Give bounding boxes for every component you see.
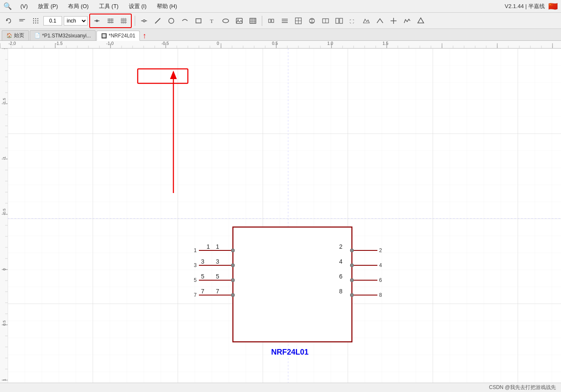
left-num-1: 1 [194,247,197,253]
pin-5-dot [231,278,235,282]
toolbar-extra-6[interactable] [333,15,345,27]
toolbar-component-tool[interactable] [118,15,130,27]
menu-bar: 🔍 (V) 放置 (P) 布局 (O) 工具 (T) 设置 (I) 帮助 (H)… [0,0,561,13]
toolbar-highlighted-group [89,14,132,28]
toolbar-undo[interactable] [3,15,14,27]
svg-rect-42 [269,19,271,23]
menu-tools[interactable]: 工具 (T) [97,2,120,11]
toolbar-extra-7[interactable]: ⛶ [347,15,359,27]
toolbar-extra-4[interactable] [306,15,318,27]
svg-line-30 [155,18,160,23]
pin-5-inner-label: 5 [216,273,219,280]
toolbar-redo[interactable] [16,15,28,27]
tab-p1-label: *P1.STM32sixuanyi... [42,33,91,39]
pin-1-outer-label: 1 [207,243,210,250]
svg-rect-55 [340,18,343,23]
main-area: 1 1 3 3 5 5 7 7 1 3 5 [0,48,561,392]
pin-3-outer-label: 3 [201,258,204,265]
pin-2-dot [350,249,354,252]
component-layer: 1 1 3 3 5 5 7 7 1 3 5 [8,48,561,392]
toolbar-extra-1[interactable] [265,15,277,27]
menu-place[interactable]: 放置 (P) [36,2,60,11]
tab-p1[interactable]: 📄 *P1.STM32sixuanyi... [30,30,96,40]
unit-select[interactable]: inch mm [64,16,88,26]
menu-settings[interactable]: 设置 (I) [127,2,148,11]
tab-home-icon: 🏠 [6,33,12,38]
toolbar-ellipse[interactable] [220,15,232,27]
menu-help[interactable]: 帮助 (H) [155,2,179,11]
toolbar-extra-3[interactable] [292,15,304,27]
toolbar-circle[interactable] [165,15,177,27]
pin-3-dot [231,264,235,267]
left-num-7: 7 [194,292,197,298]
svg-point-8 [35,20,36,21]
tab-home[interactable]: 🏠 始页 [2,30,29,40]
canvas-area[interactable]: 1 1 3 3 5 5 7 7 1 3 5 [8,48,561,392]
svg-point-31 [169,18,174,23]
toolbar-separator-1 [135,16,135,26]
toolbar-image[interactable] [233,15,245,27]
toolbar-arc[interactable] [179,15,191,27]
tab-home-label: 始页 [14,32,24,39]
pin-5-outer-label: 5 [201,273,204,280]
svg-rect-43 [272,19,274,23]
right-num-2: 2 [379,247,382,253]
toolbar-line[interactable] [152,15,164,27]
right-num-8: 8 [379,292,382,298]
toolbar-separator-2 [262,16,262,26]
svg-point-34 [223,19,229,23]
svg-text:T: T [210,18,213,24]
toolbar-extra-9[interactable] [374,15,386,27]
toolbar-extra-2[interactable] [279,15,291,27]
pin-3-inner-label: 3 [216,258,219,265]
toolbar-extra-8[interactable] [360,15,372,27]
toolbar-extra-11[interactable] [401,15,413,27]
menu-search-icon[interactable]: 🔍 [3,2,12,10]
svg-point-28 [143,20,145,22]
tab-bar: 🏠 始页 📄 *P1.STM32sixuanyi... 🔲 *NRF24L01 … [0,29,561,41]
toolbar-align-tool[interactable] [105,15,116,27]
toolbar-pin-tool[interactable] [91,15,103,27]
pin-4-inner-label: 4 [339,258,343,265]
svg-rect-1 [19,19,25,20]
toolbar-rect[interactable] [193,15,204,27]
pin-7-inner-label: 7 [216,288,219,295]
svg-point-4 [33,18,34,19]
toolbar-extra-10[interactable] [388,15,400,27]
toolbar-extra-5[interactable] [320,15,332,27]
pin-1-inner-label: 1 [216,243,219,250]
svg-rect-54 [336,18,339,23]
tab-arrow-annotation: ↑ [142,31,146,40]
toolbar-text[interactable]: T [206,15,218,27]
svg-point-6 [37,18,38,19]
grid-value-input[interactable] [43,16,62,26]
left-num-5: 5 [194,277,197,283]
pin-2-inner-label: 2 [339,243,343,250]
pin-8-dot [350,293,354,297]
menu-layout[interactable]: 布局 (O) [66,2,90,11]
left-num-3: 3 [194,262,197,268]
svg-rect-32 [196,19,201,23]
toolbar-table[interactable] [247,15,259,27]
svg-point-10 [33,22,34,23]
toolbar-grid-dots[interactable] [30,15,42,27]
ruler-top-canvas [0,41,561,48]
svg-marker-0 [6,19,8,21]
right-num-4: 4 [379,262,382,268]
flag-icon: 🇨🇳 [548,2,558,11]
svg-point-5 [35,18,36,19]
tab-nrf-icon: 🔲 [101,33,107,39]
toolbar: inch mm [0,13,561,29]
svg-rect-2 [19,20,23,21]
pin-4-dot [350,264,354,267]
toolbar-extra-12[interactable] [415,15,427,27]
tab-p1-icon: 📄 [34,33,40,38]
version-text: V2.1.44 | 半嘉线 [505,3,545,10]
toolbar-wire[interactable] [138,15,150,27]
menu-v[interactable]: (V) [19,2,29,10]
component-body [233,227,352,342]
status-text: CSDN @我先去打把游戏战先 [489,384,556,391]
tab-nrf[interactable]: 🔲 *NRF24L01 [96,31,140,41]
ruler-left [0,48,8,392]
pin-7-outer-label: 7 [201,288,204,295]
